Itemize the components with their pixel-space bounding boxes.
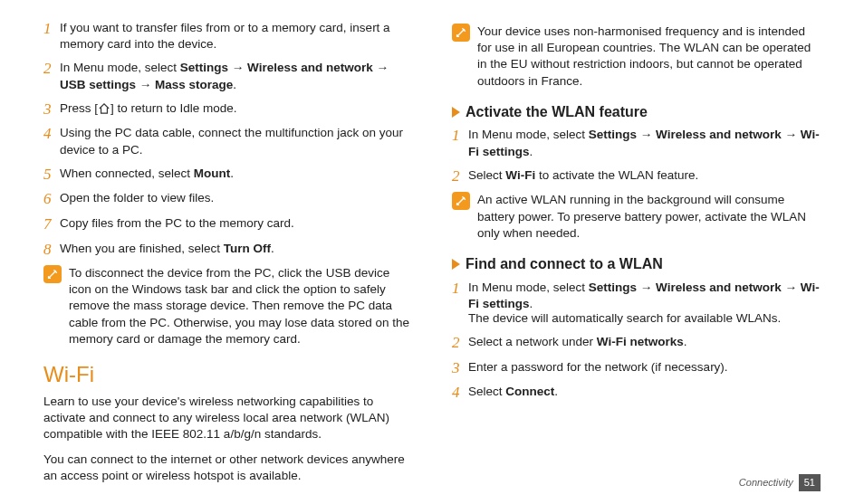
step-text: Open the folder to view files. — [60, 190, 412, 208]
step-text: In Menu mode, select Settings → Wireless… — [468, 127, 821, 159]
step-1: 1 If you want to transfer files from or … — [43, 20, 412, 52]
heading-wifi: Wi-Fi — [43, 360, 412, 389]
step-post: ] to return to Idle mode. — [110, 101, 237, 115]
heading-text: Find and connect to a WLAN — [466, 254, 663, 274]
note-text: An active WLAN running in the background… — [477, 192, 821, 242]
step-text: Select Connect. — [468, 384, 821, 402]
note-disconnect: To disconnect the device from the PC, cl… — [43, 265, 412, 347]
step-text: In Menu mode, select Settings → Wireless… — [468, 280, 821, 312]
find-step-1: 1 In Menu mode, select Settings → Wirele… — [452, 280, 821, 312]
step-bold: Wi-Fi networks — [597, 335, 684, 348]
heading-find-wlan: Find and connect to a WLAN — [452, 254, 821, 274]
step-pre: Select — [468, 385, 505, 398]
page-footer: Connectivity 51 — [739, 474, 821, 491]
note-regulatory: Your device uses non-harmonised frequenc… — [452, 24, 821, 90]
note-icon — [452, 24, 470, 42]
step-pre: Press [ — [60, 101, 98, 115]
step-pre: Select — [468, 168, 505, 182]
step-text: Enter a password for the network (if nec… — [468, 359, 821, 377]
step-post: . — [271, 242, 274, 255]
step-text: In Menu mode, select Settings → Wireless… — [60, 60, 412, 92]
step-6: 6 Open the folder to view files. — [43, 190, 412, 208]
note-battery: An active WLAN running in the background… — [452, 192, 821, 242]
note-text: Your device uses non-harmonised frequenc… — [477, 24, 821, 90]
step-number: 2 — [452, 334, 468, 352]
activate-step-2: 2 Select Wi-Fi to activate the WLAN feat… — [452, 167, 821, 185]
find-step-1-extra: The device will automatically search for… — [468, 310, 821, 327]
find-step-3: 3 Enter a password for the network (if n… — [452, 359, 821, 377]
footer-page-number: 51 — [799, 474, 821, 491]
step-post: . — [530, 145, 533, 158]
step-number: 4 — [43, 125, 60, 157]
step-number: 5 — [43, 166, 60, 184]
wifi-paragraph-1: Learn to use your device's wireless netw… — [43, 394, 412, 443]
step-text: Copy files from the PC to the memory car… — [60, 215, 412, 233]
step-post: . — [230, 166, 234, 180]
step-text: Using the PC data cable, connect the mul… — [60, 125, 412, 157]
left-column: 1 If you want to transfer files from or … — [43, 20, 412, 494]
step-post: . — [684, 335, 687, 348]
step-post: . — [530, 297, 533, 310]
step-bold: Wi-Fi — [505, 168, 535, 182]
footer-section: Connectivity — [739, 476, 793, 490]
step-2: 2 In Menu mode, select Settings → Wirele… — [43, 60, 412, 92]
note-icon — [452, 192, 470, 210]
heading-text: Activate the WLAN feature — [466, 102, 648, 122]
step-4: 4 Using the PC data cable, connect the m… — [43, 125, 412, 157]
home-icon — [98, 103, 110, 114]
step-text: Select a network under Wi-Fi networks. — [468, 334, 821, 352]
step-pre: In Menu mode, select — [468, 281, 589, 294]
step-number: 8 — [43, 241, 60, 259]
step-number: 3 — [43, 100, 60, 119]
note-text: To disconnect the device from the PC, cl… — [69, 265, 412, 347]
step-number: 2 — [452, 167, 468, 185]
activate-step-1: 1 In Menu mode, select Settings → Wirele… — [452, 127, 821, 159]
note-icon — [43, 265, 62, 283]
step-number: 1 — [452, 280, 468, 312]
step-pre: Select a network under — [468, 335, 597, 348]
find-step-4: 4 Select Connect. — [452, 384, 821, 402]
step-number: 3 — [452, 359, 468, 377]
step-7: 7 Copy files from the PC to the memory c… — [43, 215, 412, 233]
step-number: 4 — [452, 384, 468, 402]
step-text: When connected, select Mount. — [60, 166, 412, 184]
step-number: 1 — [452, 127, 468, 159]
step-5: 5 When connected, select Mount. — [43, 166, 412, 184]
step-bold: Turn Off — [224, 242, 271, 255]
step-post: to activate the WLAN feature. — [535, 168, 698, 182]
wifi-paragraph-2: You can connect to the internet or other… — [43, 452, 412, 484]
step-pre: In Menu mode, select — [60, 61, 180, 74]
step-bold: Mount — [194, 166, 230, 180]
step-number: 7 — [43, 215, 60, 233]
step-number: 1 — [43, 20, 60, 52]
step-bold: Connect — [505, 385, 554, 398]
step-number: 6 — [43, 190, 60, 208]
step-text: Select Wi-Fi to activate the WLAN featur… — [468, 167, 821, 185]
find-step-2: 2 Select a network under Wi-Fi networks. — [452, 334, 821, 352]
step-8: 8 When you are finished, select Turn Off… — [43, 241, 412, 259]
step-post: . — [554, 385, 558, 398]
step-post: . — [233, 78, 236, 91]
step-pre: When connected, select — [60, 166, 194, 180]
step-text: If you want to transfer files from or to… — [60, 20, 412, 52]
step-3: 3 Press [] to return to Idle mode. — [43, 100, 412, 119]
step-text: Press [] to return to Idle mode. — [60, 100, 412, 119]
right-column: Your device uses non-harmonised frequenc… — [452, 20, 821, 494]
step-text: When you are finished, select Turn Off. — [60, 241, 412, 259]
step-pre: When you are finished, select — [60, 242, 224, 255]
step-pre: In Menu mode, select — [468, 128, 589, 141]
step-number: 2 — [43, 60, 60, 92]
heading-activate-wlan: Activate the WLAN feature — [452, 102, 821, 122]
